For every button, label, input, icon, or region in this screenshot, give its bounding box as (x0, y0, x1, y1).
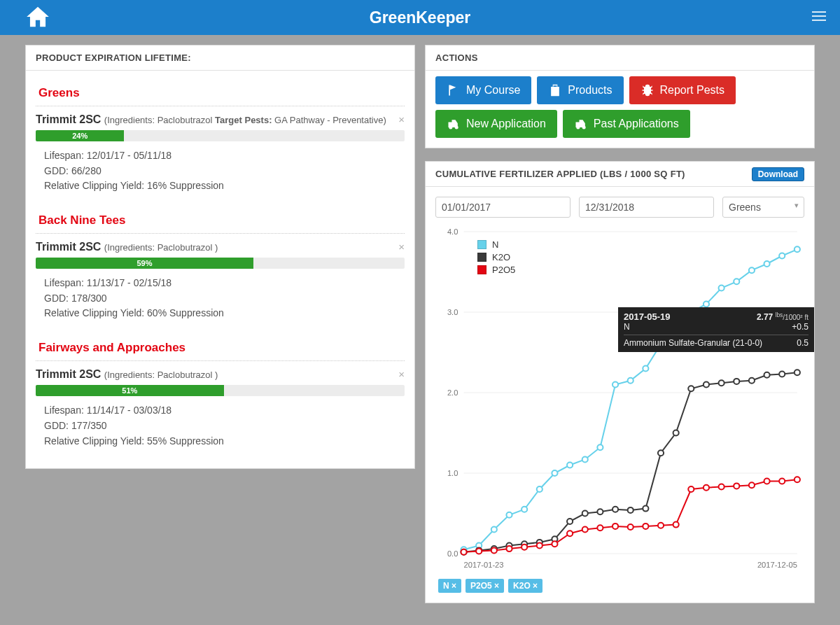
svg-point-79 (673, 522, 679, 528)
products-button[interactable]: Products (537, 76, 623, 104)
svg-text:3.0: 3.0 (447, 308, 458, 316)
lifespan: Lifespan: 11/14/17 - 03/03/18 (44, 403, 405, 419)
svg-point-49 (567, 519, 573, 524)
svg-point-75 (612, 524, 618, 529)
chart-card: CUMULATIVE FERTILIZER APPLIED (LBS / 100… (425, 161, 815, 603)
chart-tooltip: 2017-05-19 2.77 lbs/1000² ft N+0.5 Ammon… (618, 307, 814, 352)
svg-point-36 (719, 286, 724, 291)
svg-point-63 (779, 372, 785, 377)
svg-point-54 (643, 506, 648, 512)
svg-text:1.0: 1.0 (447, 469, 458, 477)
product-meta: (Ingredients: Paclobutrazol Target Pests… (104, 115, 386, 125)
svg-point-40 (779, 253, 785, 259)
svg-point-74 (597, 525, 603, 531)
clipping-yield: Relative Clipping Yield: 60% Suppression (44, 306, 405, 321)
svg-rect-1 (812, 15, 826, 17)
svg-point-38 (749, 267, 755, 273)
my-course-button[interactable]: My Course (435, 76, 531, 104)
svg-point-53 (628, 507, 634, 513)
svg-point-82 (719, 484, 724, 490)
menu-icon[interactable] (812, 9, 826, 26)
svg-text:2017-12-05: 2017-12-05 (757, 561, 797, 569)
svg-point-85 (764, 479, 770, 484)
svg-point-25 (552, 470, 557, 476)
product-meta: (Ingredients: Paclobutrazol ) (104, 242, 218, 253)
filter-tag[interactable]: P2O5 × (465, 579, 504, 593)
svg-point-24 (537, 486, 542, 492)
product-item: Trimmit 2SC (Ingredients: Paclobutrazol … (36, 361, 405, 458)
svg-point-68 (506, 546, 512, 552)
lifespan: Lifespan: 11/13/17 - 02/15/18 (44, 276, 405, 291)
new-application-button[interactable]: New Application (435, 110, 557, 138)
home-icon[interactable] (24, 3, 51, 33)
svg-text:0.0: 0.0 (447, 549, 458, 558)
svg-point-29 (612, 382, 618, 388)
svg-point-31 (643, 366, 648, 372)
download-button[interactable]: Download (752, 167, 804, 181)
close-icon[interactable]: × (398, 113, 405, 125)
svg-point-27 (582, 456, 588, 462)
lifespan: Lifespan: 12/01/17 - 05/11/18 (44, 148, 405, 164)
svg-point-80 (688, 486, 694, 492)
svg-point-26 (567, 463, 573, 468)
actions-card: ACTIONS My CourseProductsReport PestsNew… (425, 45, 815, 148)
svg-point-39 (764, 261, 770, 267)
svg-point-87 (794, 477, 800, 482)
svg-rect-2 (812, 20, 826, 21)
product-name: Trimmit 2SC (36, 241, 101, 253)
card-title: PRODUCT EXPIRATION LIFETIME: (26, 45, 414, 71)
progress-bar: 24% (36, 130, 405, 141)
filter-tag[interactable]: N × (438, 579, 461, 593)
svg-point-22 (506, 512, 512, 518)
chart-legend: NK2OP2O5 (470, 233, 522, 281)
product-item: Trimmit 2SC (Ingredients: Paclobutrazol … (36, 106, 405, 204)
svg-point-60 (734, 379, 739, 384)
svg-point-50 (582, 511, 588, 517)
clipping-yield: Relative Clipping Yield: 55% Suppression (44, 434, 405, 449)
card-title: CUMULATIVE FERTILIZER APPLIED (LBS / 100… (426, 162, 814, 187)
svg-point-35 (704, 302, 709, 307)
filter-tag[interactable]: K2O × (508, 579, 542, 593)
report-pests-button[interactable]: Report Pests (629, 76, 736, 104)
date-to-input[interactable] (579, 197, 714, 218)
svg-point-73 (582, 527, 588, 533)
svg-point-67 (491, 547, 497, 553)
card-title: ACTIONS (426, 45, 814, 71)
date-from-input[interactable] (435, 197, 570, 218)
svg-point-84 (749, 482, 755, 488)
progress-bar: 51% (36, 385, 405, 396)
topbar: GreenKeeper (0, 0, 840, 35)
gdd: GDD: 177/350 (44, 419, 405, 434)
svg-point-83 (734, 483, 739, 489)
svg-point-78 (658, 523, 664, 528)
progress-bar: 59% (36, 258, 405, 269)
svg-point-77 (643, 524, 648, 529)
svg-point-52 (612, 507, 618, 512)
svg-point-64 (794, 370, 800, 375)
svg-point-62 (764, 372, 770, 378)
past-applications-button[interactable]: Past Applications (563, 110, 690, 138)
product-item: Trimmit 2SC (Ingredients: Paclobutrazol … (36, 234, 405, 331)
svg-point-58 (704, 382, 709, 388)
area-select[interactable]: Greens (722, 197, 804, 218)
svg-point-30 (628, 378, 634, 384)
svg-point-41 (794, 246, 800, 252)
clipping-yield: Relative Clipping Yield: 16% Suppression (44, 178, 405, 194)
product-name: Trimmit 2SC (36, 113, 101, 125)
svg-point-61 (749, 378, 755, 384)
product-expiration-card: PRODUCT EXPIRATION LIFETIME: Greens Trim… (25, 45, 415, 469)
svg-rect-0 (812, 11, 826, 13)
chart[interactable]: 0.01.02.03.04.02017-01-232017-12-05 NK2O… (435, 225, 804, 575)
svg-point-28 (597, 444, 603, 450)
svg-text:2017-01-23: 2017-01-23 (464, 561, 504, 569)
close-icon[interactable]: × (398, 241, 405, 253)
product-name: Trimmit 2SC (36, 368, 101, 380)
close-icon[interactable]: × (398, 368, 405, 380)
svg-point-81 (704, 485, 709, 491)
svg-point-69 (522, 545, 527, 550)
gdd: GDD: 178/300 (44, 291, 405, 307)
section-title: Fairways and Approaches (36, 331, 405, 361)
svg-point-37 (734, 279, 739, 284)
product-meta: (Ingredients: Paclobutrazol ) (104, 370, 218, 380)
svg-point-70 (537, 543, 542, 549)
